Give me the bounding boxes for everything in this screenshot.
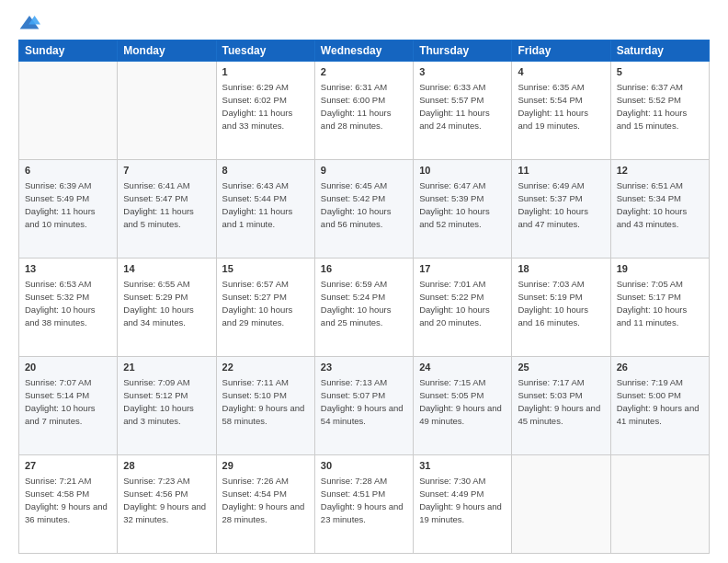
calendar-cell: 16Sunrise: 6:59 AM Sunset: 5:24 PM Dayli… <box>314 259 413 357</box>
calendar-cell: 6Sunrise: 6:39 AM Sunset: 5:49 PM Daylig… <box>19 160 118 259</box>
calendar-header: SundayMondayTuesdayWednesdayThursdayFrid… <box>19 40 710 62</box>
day-number: 9 <box>321 164 407 178</box>
calendar-cell: 20Sunrise: 7:07 AM Sunset: 5:14 PM Dayli… <box>19 357 118 455</box>
day-info: Sunrise: 7:09 AM Sunset: 5:12 PM Dayligh… <box>123 377 194 426</box>
calendar-cell: 18Sunrise: 7:03 AM Sunset: 5:19 PM Dayli… <box>512 259 610 357</box>
calendar-cell: 5Sunrise: 6:37 AM Sunset: 5:52 PM Daylig… <box>610 62 709 160</box>
logo-area <box>18 14 46 32</box>
page: SundayMondayTuesdayWednesdayThursdayFrid… <box>0 0 728 563</box>
logo-icon <box>18 14 40 32</box>
calendar-cell: 28Sunrise: 7:23 AM Sunset: 4:56 PM Dayli… <box>118 455 216 554</box>
day-number: 29 <box>222 459 309 473</box>
calendar-cell: 9Sunrise: 6:45 AM Sunset: 5:42 PM Daylig… <box>314 160 413 259</box>
day-number: 2 <box>321 65 407 79</box>
day-info: Sunrise: 7:30 AM Sunset: 4:49 PM Dayligh… <box>419 476 502 524</box>
day-number: 7 <box>123 164 210 178</box>
calendar-cell: 24Sunrise: 7:15 AM Sunset: 5:05 PM Dayli… <box>414 357 512 455</box>
day-number: 26 <box>617 361 703 374</box>
calendar-cell: 2Sunrise: 6:31 AM Sunset: 6:00 PM Daylig… <box>314 62 413 160</box>
week-row-5: 27Sunrise: 7:21 AM Sunset: 4:58 PM Dayli… <box>19 455 710 554</box>
day-number: 24 <box>419 361 506 374</box>
day-number: 22 <box>222 361 309 374</box>
day-number: 18 <box>518 262 604 276</box>
day-info: Sunrise: 7:15 AM Sunset: 5:05 PM Dayligh… <box>419 377 502 426</box>
calendar-cell: 17Sunrise: 7:01 AM Sunset: 5:22 PM Dayli… <box>414 259 512 357</box>
day-info: Sunrise: 6:33 AM Sunset: 5:57 PM Dayligh… <box>419 82 490 131</box>
calendar-cell: 21Sunrise: 7:09 AM Sunset: 5:12 PM Dayli… <box>118 357 216 455</box>
calendar-body: 1Sunrise: 6:29 AM Sunset: 6:02 PM Daylig… <box>19 62 710 554</box>
day-number: 30 <box>321 459 407 473</box>
day-info: Sunrise: 6:55 AM Sunset: 5:29 PM Dayligh… <box>123 279 194 327</box>
calendar-cell <box>118 62 216 160</box>
day-info: Sunrise: 6:41 AM Sunset: 5:47 PM Dayligh… <box>123 180 194 229</box>
calendar-cell <box>512 455 610 554</box>
day-info: Sunrise: 7:17 AM Sunset: 5:03 PM Dayligh… <box>518 377 600 426</box>
calendar-cell: 29Sunrise: 7:26 AM Sunset: 4:54 PM Dayli… <box>216 455 314 554</box>
day-info: Sunrise: 7:23 AM Sunset: 4:56 PM Dayligh… <box>123 476 206 524</box>
day-number: 3 <box>419 65 506 79</box>
calendar-cell: 27Sunrise: 7:21 AM Sunset: 4:58 PM Dayli… <box>19 455 118 554</box>
calendar-cell: 10Sunrise: 6:47 AM Sunset: 5:39 PM Dayli… <box>414 160 512 259</box>
day-number: 23 <box>321 361 407 374</box>
calendar-cell: 11Sunrise: 6:49 AM Sunset: 5:37 PM Dayli… <box>512 160 610 259</box>
weekday-header-friday: Friday <box>512 40 610 62</box>
day-number: 27 <box>25 459 111 473</box>
calendar-cell: 3Sunrise: 6:33 AM Sunset: 5:57 PM Daylig… <box>414 62 512 160</box>
calendar-cell: 12Sunrise: 6:51 AM Sunset: 5:34 PM Dayli… <box>610 160 709 259</box>
day-info: Sunrise: 7:28 AM Sunset: 4:51 PM Dayligh… <box>321 476 404 524</box>
calendar-cell: 25Sunrise: 7:17 AM Sunset: 5:03 PM Dayli… <box>512 357 610 455</box>
day-number: 16 <box>321 262 407 276</box>
weekday-header-thursday: Thursday <box>414 40 512 62</box>
day-info: Sunrise: 7:03 AM Sunset: 5:19 PM Dayligh… <box>518 279 588 327</box>
calendar-cell: 4Sunrise: 6:35 AM Sunset: 5:54 PM Daylig… <box>512 62 610 160</box>
day-info: Sunrise: 6:31 AM Sunset: 6:00 PM Dayligh… <box>321 82 392 131</box>
header <box>18 14 710 32</box>
day-info: Sunrise: 7:19 AM Sunset: 5:00 PM Dayligh… <box>617 377 700 426</box>
calendar-table: SundayMondayTuesdayWednesdayThursdayFrid… <box>18 40 710 554</box>
day-info: Sunrise: 6:59 AM Sunset: 5:24 PM Dayligh… <box>321 279 392 327</box>
weekday-header-row: SundayMondayTuesdayWednesdayThursdayFrid… <box>19 40 710 62</box>
day-number: 4 <box>518 65 604 79</box>
day-info: Sunrise: 6:51 AM Sunset: 5:34 PM Dayligh… <box>617 180 688 229</box>
day-info: Sunrise: 7:26 AM Sunset: 4:54 PM Dayligh… <box>222 476 305 524</box>
day-info: Sunrise: 6:57 AM Sunset: 5:27 PM Dayligh… <box>222 279 293 327</box>
day-info: Sunrise: 6:37 AM Sunset: 5:52 PM Dayligh… <box>617 82 688 131</box>
day-info: Sunrise: 6:39 AM Sunset: 5:49 PM Dayligh… <box>25 180 96 229</box>
calendar-cell: 22Sunrise: 7:11 AM Sunset: 5:10 PM Dayli… <box>216 357 314 455</box>
week-row-2: 6Sunrise: 6:39 AM Sunset: 5:49 PM Daylig… <box>19 160 710 259</box>
weekday-header-saturday: Saturday <box>610 40 709 62</box>
day-info: Sunrise: 6:43 AM Sunset: 5:44 PM Dayligh… <box>222 180 293 229</box>
calendar-cell: 14Sunrise: 6:55 AM Sunset: 5:29 PM Dayli… <box>118 259 216 357</box>
calendar-cell: 23Sunrise: 7:13 AM Sunset: 5:07 PM Dayli… <box>314 357 413 455</box>
day-number: 19 <box>617 262 703 276</box>
weekday-header-tuesday: Tuesday <box>216 40 314 62</box>
calendar-cell: 26Sunrise: 7:19 AM Sunset: 5:00 PM Dayli… <box>610 357 709 455</box>
logo <box>18 14 46 32</box>
day-number: 5 <box>617 65 703 79</box>
day-number: 25 <box>518 361 604 374</box>
day-number: 28 <box>123 459 210 473</box>
day-number: 1 <box>222 65 309 79</box>
calendar-cell <box>19 62 118 160</box>
day-info: Sunrise: 7:13 AM Sunset: 5:07 PM Dayligh… <box>321 377 404 426</box>
weekday-header-sunday: Sunday <box>19 40 118 62</box>
calendar-cell: 19Sunrise: 7:05 AM Sunset: 5:17 PM Dayli… <box>610 259 709 357</box>
day-number: 17 <box>419 262 506 276</box>
calendar-cell: 1Sunrise: 6:29 AM Sunset: 6:02 PM Daylig… <box>216 62 314 160</box>
calendar-cell <box>610 455 709 554</box>
week-row-4: 20Sunrise: 7:07 AM Sunset: 5:14 PM Dayli… <box>19 357 710 455</box>
day-info: Sunrise: 7:05 AM Sunset: 5:17 PM Dayligh… <box>617 279 688 327</box>
day-number: 15 <box>222 262 309 276</box>
day-info: Sunrise: 7:07 AM Sunset: 5:14 PM Dayligh… <box>25 377 96 426</box>
day-number: 10 <box>419 164 506 178</box>
day-number: 20 <box>25 361 111 374</box>
day-number: 8 <box>222 164 309 178</box>
day-info: Sunrise: 6:29 AM Sunset: 6:02 PM Dayligh… <box>222 82 293 131</box>
day-number: 14 <box>123 262 210 276</box>
day-info: Sunrise: 7:01 AM Sunset: 5:22 PM Dayligh… <box>419 279 490 327</box>
day-info: Sunrise: 6:35 AM Sunset: 5:54 PM Dayligh… <box>518 82 588 131</box>
day-number: 13 <box>25 262 111 276</box>
weekday-header-wednesday: Wednesday <box>314 40 413 62</box>
day-info: Sunrise: 6:47 AM Sunset: 5:39 PM Dayligh… <box>419 180 490 229</box>
calendar-cell: 30Sunrise: 7:28 AM Sunset: 4:51 PM Dayli… <box>314 455 413 554</box>
